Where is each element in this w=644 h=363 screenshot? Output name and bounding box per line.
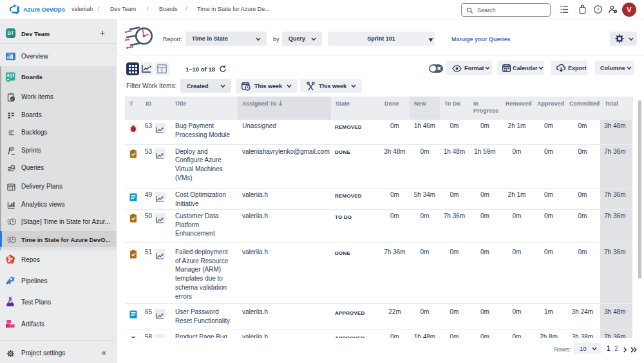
svg-text:?: ? [596,6,600,12]
